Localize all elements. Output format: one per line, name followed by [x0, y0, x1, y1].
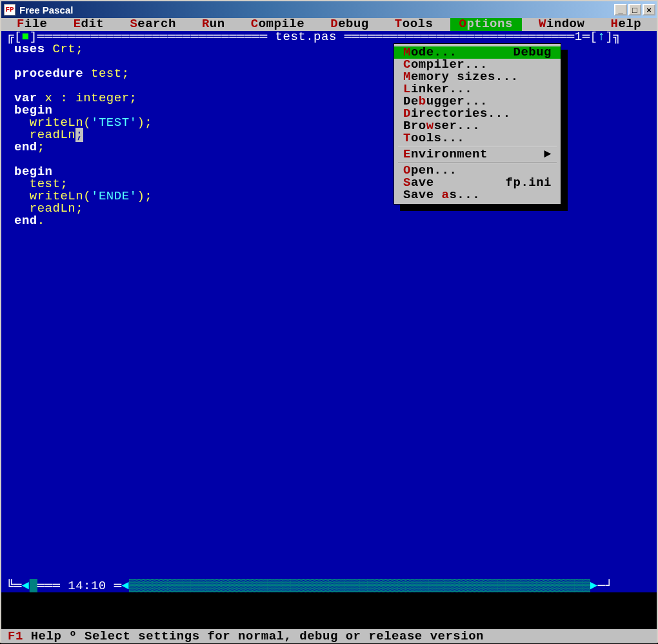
menu-edit[interactable]: Edit [65, 18, 113, 31]
status-fkey: F1 [8, 630, 23, 643]
status-help: Help [23, 630, 69, 643]
options-save-as[interactable]: Save as... [394, 189, 561, 201]
options-environment[interactable]: Environment► [394, 148, 561, 161]
menu-compile[interactable]: Compile [242, 18, 314, 31]
output-gap [1, 592, 657, 629]
maximize-button[interactable]: □ [628, 4, 641, 15]
close-button[interactable]: × [643, 4, 655, 15]
menu-window[interactable]: Window [530, 18, 593, 31]
editor-frame-top: ╔[■]══════════════════════════════ test.… [1, 31, 657, 43]
statusbar: F1 Help º Select settings for normal, de… [1, 629, 657, 643]
window-title: Free Pascal [19, 5, 614, 15]
options-tools-opt[interactable]: Tools... [394, 132, 561, 145]
editor-window[interactable]: ╔[■]══════════════════════════════ test.… [1, 31, 657, 592]
minimize-button[interactable]: _ [614, 4, 627, 15]
menubar: File Edit Search Run Compile Debug Tools… [1, 18, 657, 31]
menu-run[interactable]: Run [193, 18, 234, 31]
ide-area: File Edit Search Run Compile Debug Tools… [0, 18, 658, 643]
menu-debug[interactable]: Debug [321, 18, 377, 31]
options-menu-dropdown: Mode...DebugCompiler...Memory sizes...Li… [394, 43, 561, 205]
app-icon: FP [4, 4, 15, 15]
menu-search[interactable]: Search [121, 18, 184, 31]
editor-frame-bottom: ╚═◄█═══ 14:10 ═◄▒▒▒▒▒▒▒▒▒▒▒▒▒▒▒▒▒▒▒▒▒▒▒▒… [1, 580, 657, 592]
window-titlebar: FP Free Pascal _ □ × [0, 0, 658, 18]
menu-tools[interactable]: Tools [386, 18, 442, 31]
menu-options[interactable]: Options [450, 18, 522, 31]
menu-file[interactable]: File [8, 18, 56, 31]
status-hint: Select settings for normal, debug or rel… [77, 630, 484, 643]
menu-help[interactable]: Help [602, 18, 650, 31]
